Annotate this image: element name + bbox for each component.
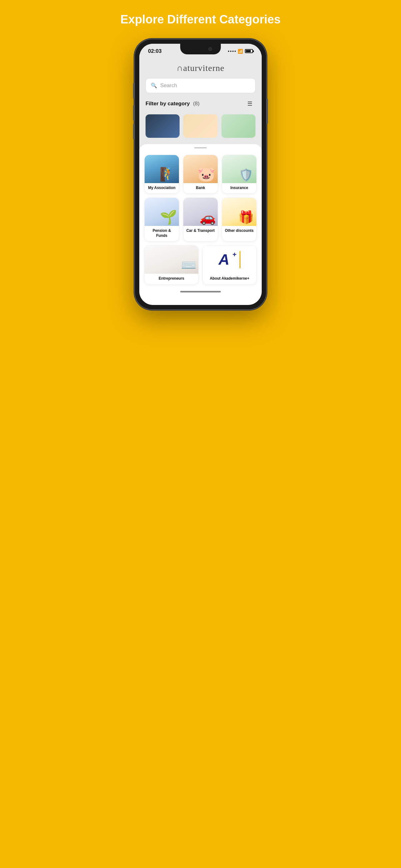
category-card-akademikerne[interactable]: A + About Akademikerne+ [202,245,257,285]
category-card-pension[interactable]: Pension & Funds [144,197,179,242]
akademikerne-letter-a: A [219,252,230,267]
preview-card-1 [145,114,179,138]
phone-frame: 02:03 📶 ∩aturviterne 🔍 [135,39,266,309]
page-title: Explore Different Categories [120,12,280,27]
akademikerne-logo: A + [219,251,241,269]
category-card-entrepreneurs[interactable]: Entrepreneurs [144,245,199,285]
category-image-car [183,198,218,226]
category-image-pension [144,198,179,226]
home-indicator [180,291,221,292]
status-time: 02:03 [148,48,162,54]
category-label-pension: Pension & Funds [144,226,179,241]
akademikerne-divider [239,251,240,269]
category-image-other [222,198,257,226]
akademikerne-plus-sign: + [232,251,236,259]
notch [180,44,221,54]
category-label-akademikerne: About Akademikerne+ [203,274,257,284]
app-content: ∩aturviterne 🔍 Search Filter by category… [139,57,262,144]
filter-count: (8) [193,101,200,106]
camera [208,47,212,51]
category-card-insurance[interactable]: Insurance [222,155,257,194]
search-input-placeholder: Search [160,83,177,89]
category-label-car: Car & Transport [183,226,218,237]
status-icons: 📶 [228,49,253,54]
category-label-bank: Bank [183,183,218,194]
bottom-sheet: My Association Bank Insurance Pension & … [139,144,262,305]
signal-icon [228,51,236,52]
category-image-bank [183,155,218,183]
category-card-car[interactable]: Car & Transport [183,197,218,242]
category-card-my-association[interactable]: My Association [144,155,179,194]
category-card-bank[interactable]: Bank [183,155,218,194]
preview-card-3 [222,114,256,138]
category-label-my-association: My Association [144,183,179,194]
app-logo: ∩aturviterne [145,57,256,78]
category-image-akademikerne: A + [203,246,257,274]
categories-grid-row2: Pension & Funds Car & Transport Other di… [144,197,257,242]
sheet-handle [194,147,207,148]
battery-icon [245,49,253,53]
category-image-entrepreneurs [144,246,198,274]
search-icon: 🔍 [151,83,157,88]
category-preview-row [145,114,256,138]
filter-row: Filter by category (8) ☰ [145,98,256,110]
categories-grid-row1: My Association Bank Insurance [144,155,257,194]
logo-text: ∩aturviterne [145,63,256,73]
logo-icon: ∩aturviterne [176,63,225,73]
filter-icon-button[interactable]: ☰ [244,98,256,110]
wifi-icon: 📶 [238,49,243,54]
category-label-other: Other discounts [222,226,257,237]
search-bar[interactable]: 🔍 Search [145,78,256,93]
category-label-insurance: Insurance [222,183,257,194]
phone-screen: 02:03 📶 ∩aturviterne 🔍 [139,44,262,305]
category-image-insurance [222,155,257,183]
categories-grid-row3: Entrepreneurs A + About Akademikerne+ [144,245,257,285]
filter-label-group: Filter by category (8) [145,101,200,107]
category-image-my-association [144,155,179,183]
category-card-other[interactable]: Other discounts [222,197,257,242]
category-label-entrepreneurs: Entrepreneurs [144,274,198,284]
filter-label: Filter by category [145,101,190,106]
filter-lines-icon: ☰ [247,100,252,107]
preview-card-2 [183,114,218,138]
